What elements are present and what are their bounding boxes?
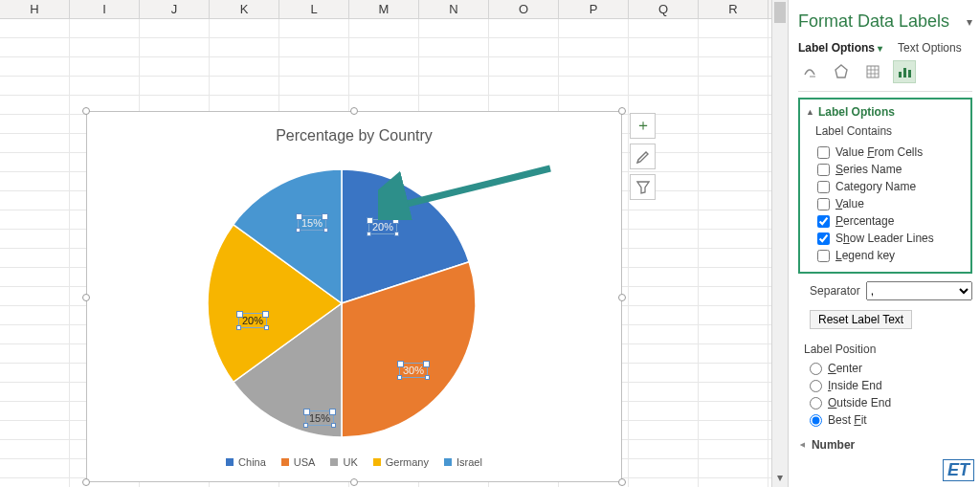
plus-icon: ＋ (635, 116, 651, 136)
pie-chart[interactable]: 20% 30% 15% 20% 15% (198, 160, 485, 447)
legend-item[interactable]: Germany (373, 456, 429, 468)
chart-legend[interactable]: ChinaUSAUKGermanyIsrael (87, 456, 621, 468)
column-header[interactable]: O (489, 0, 559, 18)
column-header[interactable]: P (559, 0, 629, 18)
pane-options-icon[interactable]: ▾ (967, 15, 972, 29)
legend-item[interactable]: UK (330, 456, 357, 468)
resize-handle[interactable] (618, 107, 626, 115)
data-label-uk[interactable]: 15% (305, 410, 334, 426)
chart-title[interactable]: Percentage by Country (87, 127, 621, 144)
column-header[interactable]: R (699, 0, 768, 18)
reset-label-text-button[interactable]: Reset Label Text (810, 310, 912, 329)
svg-rect-5 (908, 70, 911, 77)
chk-show-leader-lines[interactable]: Show Leader Lines (806, 230, 965, 247)
chart-filters-button[interactable] (630, 174, 656, 200)
brush-icon (635, 149, 651, 165)
scrollbar-thumb[interactable] (774, 2, 786, 23)
legend-label: USA (294, 456, 316, 468)
radio-inside-end[interactable]: Inside End (798, 377, 972, 394)
resize-handle[interactable] (618, 478, 626, 486)
resize-handle[interactable] (618, 294, 626, 301)
chk-percentage[interactable]: Percentage (806, 212, 965, 230)
data-label-usa[interactable]: 30% (399, 363, 428, 378)
svg-rect-4 (903, 68, 906, 77)
legend-swatch-icon (330, 458, 338, 466)
column-header[interactable]: L (279, 0, 349, 18)
column-header[interactable]: M (349, 0, 419, 18)
legend-label: UK (343, 456, 357, 468)
et-logo: ET (943, 459, 974, 481)
chk-series-name[interactable]: Series Name (806, 161, 965, 178)
tab-text-options[interactable]: Text Options (898, 41, 962, 55)
resize-handle[interactable] (350, 107, 358, 115)
resize-handle[interactable] (350, 478, 358, 486)
resize-handle[interactable] (82, 294, 90, 301)
legend-item[interactable]: Israel (444, 456, 482, 468)
size-properties-icon[interactable] (861, 60, 884, 83)
scroll-down-icon[interactable]: ▾ (774, 470, 786, 485)
legend-swatch-icon (444, 458, 452, 466)
label-position-heading: Label Position (804, 343, 972, 356)
radio-outside-end[interactable]: Outside End (798, 394, 972, 411)
resize-handle[interactable] (82, 107, 90, 115)
column-header-row: HIJKLMNOPQR (0, 0, 771, 19)
chk-category-name[interactable]: Category Name (806, 178, 965, 195)
data-label-china[interactable]: 20% (368, 219, 397, 234)
radio-best-fit[interactable]: Best Fit (798, 411, 972, 429)
vertical-scrollbar[interactable]: ▾ (771, 0, 788, 487)
label-options-group: ▲Label Options Label Contains Value From… (798, 98, 972, 274)
legend-item[interactable]: China (226, 456, 266, 468)
column-header[interactable]: K (210, 0, 279, 18)
legend-label: Germany (386, 456, 429, 468)
chart-object[interactable]: Percentage by Country 20% 30% 15% 20% 15… (86, 111, 622, 482)
legend-label: China (238, 456, 266, 468)
data-label-germany[interactable]: 20% (238, 313, 267, 328)
resize-handle[interactable] (82, 478, 90, 486)
fill-line-icon[interactable] (798, 60, 821, 83)
tab-label-options[interactable]: Label Options▾ (798, 41, 882, 55)
separator-select[interactable]: , (866, 281, 972, 300)
svg-rect-3 (899, 72, 902, 77)
chart-elements-button[interactable]: ＋ (630, 113, 656, 139)
chk-legend-key[interactable]: Legend key (806, 247, 965, 264)
legend-label: Israel (457, 456, 482, 468)
column-header[interactable]: Q (629, 0, 699, 18)
legend-swatch-icon (373, 458, 381, 466)
data-label-israel[interactable]: 15% (298, 215, 326, 231)
column-header[interactable]: N (419, 0, 489, 18)
column-header[interactable]: I (70, 0, 140, 18)
funnel-icon (636, 181, 650, 194)
effects-icon[interactable] (830, 60, 853, 83)
label-contains-heading: Label Contains (815, 124, 965, 138)
chk-value-from-cells[interactable]: Value From Cells (806, 144, 965, 161)
label-options-icon[interactable] (893, 60, 916, 83)
column-header[interactable]: J (140, 0, 210, 18)
svg-rect-2 (867, 66, 879, 77)
radio-center[interactable]: Center (798, 360, 972, 377)
number-section[interactable]: ▲Number (798, 438, 972, 452)
chart-styles-button[interactable] (630, 144, 656, 169)
svg-marker-1 (835, 65, 847, 77)
pane-title: Format Data Labels ▾ (798, 11, 972, 32)
column-header[interactable]: H (0, 0, 70, 18)
chk-value[interactable]: Value (806, 195, 965, 212)
legend-item[interactable]: USA (281, 456, 316, 468)
legend-swatch-icon (226, 458, 234, 466)
spreadsheet-area[interactable]: HIJKLMNOPQR Percentage by Country 20% 30… (0, 0, 771, 487)
legend-swatch-icon (281, 458, 289, 466)
separator-label: Separator (810, 284, 860, 298)
format-pane: Format Data Labels ▾ Label Options▾ Text… (788, 0, 980, 487)
